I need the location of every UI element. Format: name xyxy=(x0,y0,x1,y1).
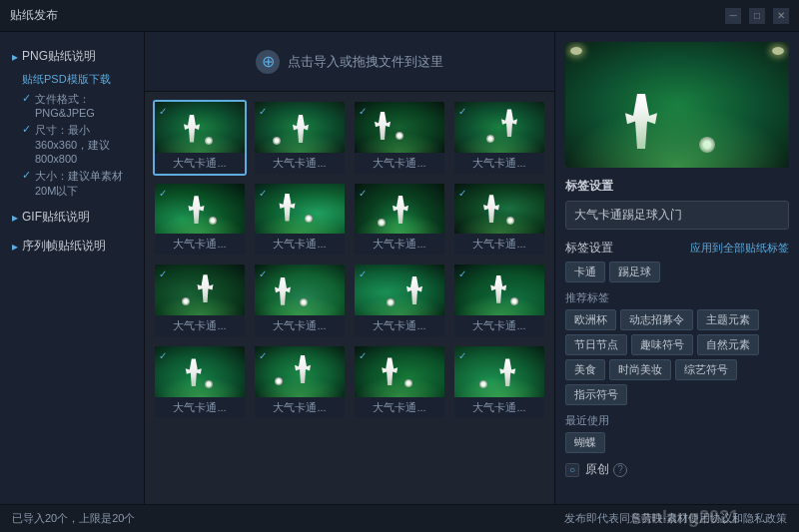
grid-item-label-4: 大气卡通... xyxy=(155,234,245,255)
check-icon-9: ✓ xyxy=(259,268,267,279)
image-grid: ✓ 大气卡通... ✓ 大气卡通... xyxy=(145,92,554,504)
close-button[interactable]: ✕ xyxy=(773,8,789,24)
bottom-status: 已导入20个，上限是20个 xyxy=(12,511,135,526)
grid-item-8[interactable]: ✓ 大气卡通... xyxy=(153,263,247,338)
tag-variety[interactable]: 综艺符号 xyxy=(675,359,737,380)
title-bar: 贴纸发布 ─ □ ✕ xyxy=(0,0,799,32)
grid-item-label-5: 大气卡通... xyxy=(255,234,345,255)
check-icon-1: ✓ xyxy=(259,106,267,117)
grid-item-10[interactable]: ✓ 大气卡通... xyxy=(353,263,446,338)
tag-euro[interactable]: 欧洲杯 xyxy=(565,309,616,330)
grid-item-3[interactable]: ✓ 大气卡通... xyxy=(452,100,546,176)
grid-item-13[interactable]: ✓ 大气卡通... xyxy=(253,344,347,420)
original-checkbox-icon: ○ xyxy=(569,464,575,475)
sidebar-label-gif: GIF贴纸说明 xyxy=(22,209,90,226)
tag-fun[interactable]: 趣味符号 xyxy=(631,334,693,355)
preview-glow xyxy=(565,105,789,168)
check-icon-2: ✓ xyxy=(359,106,367,117)
tag-fashion[interactable]: 时尚美妆 xyxy=(609,359,671,380)
apply-all-button[interactable]: 应用到全部贴纸标签 xyxy=(690,241,789,256)
tag-butterfly[interactable]: 蝴蝶 xyxy=(565,432,605,453)
tag-indicator[interactable]: 指示符号 xyxy=(565,384,627,405)
tag-recruit[interactable]: 动志招募令 xyxy=(620,309,693,330)
tag-input[interactable]: 大气卡通踢足球入门 xyxy=(565,201,789,230)
tag-cartoon[interactable]: 卡通 xyxy=(565,262,605,282)
grid-item-label-0: 大气卡通... xyxy=(155,153,245,174)
upload-icon: ⊕ xyxy=(256,50,280,74)
bottom-right-text: 发布即代表同意劳映·素材使用协议和隐私政策 xyxy=(564,511,787,526)
tag-football[interactable]: 踢足球 xyxy=(609,262,660,282)
tag-nature[interactable]: 自然元素 xyxy=(697,334,759,355)
check-icon-size: ✓ xyxy=(22,123,31,136)
check-icon-filesize: ✓ xyxy=(22,169,31,182)
check-icon-4: ✓ xyxy=(159,188,167,199)
right-panel: 标签设置 大气卡通踢足球入门 标签设置 应用到全部贴纸标签 卡通 踢足球 推荐标… xyxy=(554,32,799,504)
check-icon-11: ✓ xyxy=(458,268,466,279)
grid-item-1[interactable]: ✓ 大气卡通... xyxy=(253,100,347,176)
grid-item-label-12: 大气卡通... xyxy=(155,397,245,418)
check-icon-7: ✓ xyxy=(458,188,466,199)
preview-lights xyxy=(570,47,784,55)
grid-item-4[interactable]: ✓ 大气卡通... xyxy=(153,182,247,258)
grid-item-label-2: 大气卡通... xyxy=(355,153,444,174)
sidebar-item-size: ✓ 尺寸：最小360x360，建议800x800 xyxy=(0,121,144,167)
drop-text: 点击导入或拖拽文件到这里 xyxy=(288,53,443,71)
sidebar-item-format: ✓ 文件格式：PNG&JPEG xyxy=(0,90,144,121)
sidebar-header-png[interactable]: ▸ PNG贴纸说明 xyxy=(0,44,144,69)
grid-item-label-11: 大气卡通... xyxy=(454,315,544,336)
sidebar-header-sequence[interactable]: ▸ 序列帧贴纸说明 xyxy=(0,234,144,259)
grid-item-5[interactable]: ✓ 大气卡通... xyxy=(253,182,347,258)
main-container: ▸ PNG贴纸说明 贴纸PSD模版下载 ✓ 文件格式：PNG&JPEG ✓ 尺寸… xyxy=(0,32,799,504)
grid-item-6[interactable]: ✓ 大气卡通... xyxy=(353,182,446,258)
sidebar-section-png: ▸ PNG贴纸说明 贴纸PSD模版下载 ✓ 文件格式：PNG&JPEG ✓ 尺寸… xyxy=(0,44,144,201)
sidebar-label-sequence: 序列帧贴纸说明 xyxy=(22,238,106,255)
original-row: ○ 原创 ? xyxy=(565,461,789,478)
grid-item-label-13: 大气卡通... xyxy=(255,397,345,418)
drop-area[interactable]: ⊕ 点击导入或拖拽文件到这里 xyxy=(145,32,554,92)
original-checkbox[interactable]: ○ xyxy=(565,463,579,477)
tag-holiday[interactable]: 节日节点 xyxy=(565,334,627,355)
grid-item-label-1: 大气卡通... xyxy=(255,153,345,174)
maximize-button[interactable]: □ xyxy=(749,8,765,24)
sidebar-header-gif[interactable]: ▸ GIF贴纸说明 xyxy=(0,205,144,230)
check-icon-12: ✓ xyxy=(159,350,167,361)
sidebar-psd-link[interactable]: 贴纸PSD模版下载 xyxy=(0,69,144,90)
check-icon-format: ✓ xyxy=(22,92,31,105)
sidebar-item-filesize: ✓ 大小：建议单素材20M以下 xyxy=(0,167,144,201)
recent-label: 最近使用 xyxy=(565,413,789,428)
check-icon-13: ✓ xyxy=(259,350,267,361)
sidebar-label-png: PNG贴纸说明 xyxy=(22,48,96,65)
minimize-button[interactable]: ─ xyxy=(725,8,741,24)
center-content: ⊕ 点击导入或拖拽文件到这里 ✓ 大气卡通... xyxy=(145,32,554,504)
grid-item-label-3: 大气卡通... xyxy=(454,153,544,174)
info-icon[interactable]: ? xyxy=(613,463,627,477)
tag-theme[interactable]: 主题元素 xyxy=(697,309,759,330)
preview-image xyxy=(565,42,789,168)
grid-item-12[interactable]: ✓ 大气卡通... xyxy=(153,344,247,420)
check-icon-3: ✓ xyxy=(458,106,466,117)
grid-item-11[interactable]: ✓ 大气卡通... xyxy=(452,263,546,338)
current-tags-container: 卡通 踢足球 xyxy=(565,262,789,282)
grid-item-9[interactable]: ✓ 大气卡通... xyxy=(253,263,347,338)
grid-item-2[interactable]: ✓ 大气卡通... xyxy=(353,100,446,176)
recommended-tags-container: 欧洲杯 动志招募令 主题元素 节日节点 趣味符号 自然元素 美食 时尚美妆 综艺… xyxy=(565,309,789,405)
sidebar: ▸ PNG贴纸说明 贴纸PSD模版下载 ✓ 文件格式：PNG&JPEG ✓ 尺寸… xyxy=(0,32,145,504)
window-title: 贴纸发布 xyxy=(10,7,725,24)
grid-item-0[interactable]: ✓ 大气卡通... xyxy=(153,100,247,176)
grid-item-label-9: 大气卡通... xyxy=(255,315,345,336)
grid-item-14[interactable]: ✓ 大气卡通... xyxy=(353,344,446,420)
check-icon-5: ✓ xyxy=(259,188,267,199)
sidebar-section-sequence: ▸ 序列帧贴纸说明 xyxy=(0,234,144,259)
grid-item-label-10: 大气卡通... xyxy=(355,315,444,336)
tag-food[interactable]: 美食 xyxy=(565,359,605,380)
grid-item-label-14: 大气卡通... xyxy=(355,397,444,418)
section-title-tags: 标签设置 xyxy=(565,178,789,195)
light-left xyxy=(570,47,582,55)
recommended-tags-label: 推荐标签 xyxy=(565,290,789,305)
window-controls: ─ □ ✕ xyxy=(725,8,789,24)
grid-item-label-6: 大气卡通... xyxy=(355,234,444,255)
grid-item-7[interactable]: ✓ 大气卡通... xyxy=(452,182,546,258)
tags-header: 标签设置 应用到全部贴纸标签 xyxy=(565,240,789,257)
recent-tags-container: 蝴蝶 xyxy=(565,432,789,453)
grid-item-15[interactable]: ✓ 大气卡通... xyxy=(452,344,546,420)
